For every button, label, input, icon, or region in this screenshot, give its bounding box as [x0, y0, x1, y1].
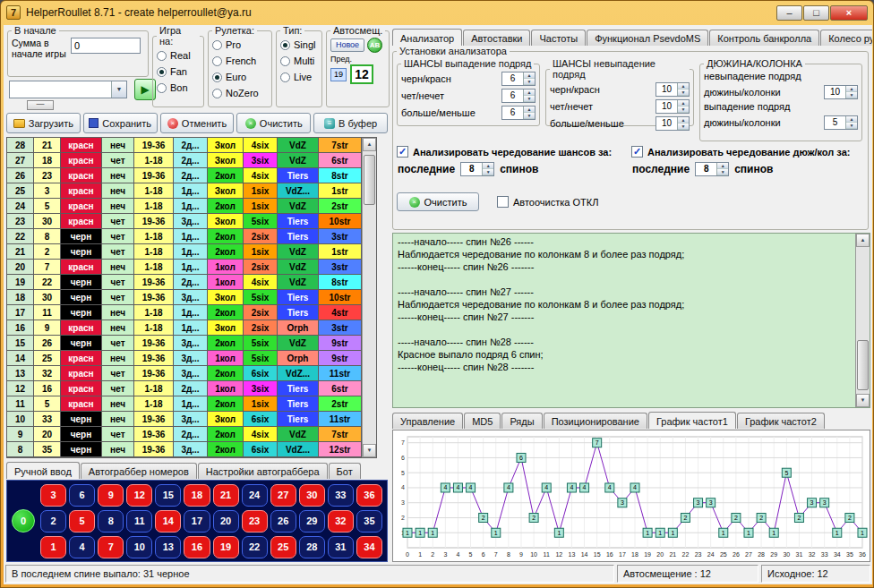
numpad-cell-20[interactable]: 20	[213, 510, 239, 533]
tab-Автоставки[interactable]: Автоставки	[463, 30, 530, 46]
numpad-cell-32[interactable]: 32	[328, 510, 354, 533]
spinner-up-icon[interactable]: ▲	[846, 116, 857, 123]
spinner-up-icon[interactable]: ▲	[678, 100, 689, 107]
numpad-cell-31[interactable]: 31	[328, 536, 354, 558]
tab-Контроль банкролла[interactable]: Контроль банкролла	[709, 30, 819, 46]
numpad-cell-11[interactable]: 11	[126, 510, 152, 533]
numpad-cell-28[interactable]: 28	[299, 536, 325, 558]
number-spinner[interactable]: 10▲▼	[656, 99, 690, 114]
tab-Автограббер номеров[interactable]: Автограббер номеров	[81, 463, 197, 479]
numpad-cell-9[interactable]: 9	[98, 484, 124, 507]
spinner-down-icon[interactable]: ▼	[678, 107, 689, 113]
scroll-track[interactable]	[856, 247, 870, 394]
tab-Колесо ру[interactable]: Колесо ру	[820, 30, 872, 46]
start-sum-input[interactable]	[71, 38, 141, 54]
radio-Multi[interactable]: Multi	[280, 53, 318, 69]
save-button[interactable]: Сохранить	[83, 113, 158, 133]
numpad-cell-34[interactable]: 34	[356, 536, 382, 558]
spinner-down-icon[interactable]: ▼	[846, 123, 857, 129]
tab-График частот1[interactable]: График частот1	[648, 412, 736, 429]
numpad-cell-36[interactable]: 36	[356, 484, 382, 507]
radio-Pro[interactable]: Pro	[212, 37, 268, 53]
spinner-up-icon[interactable]: ▲	[524, 89, 535, 96]
table-row[interactable]: 920чернчет19-362д...2кол4sixVdZ7str	[7, 427, 362, 442]
analyzer-log[interactable]: -----начало----- спин №26 ------ Наблюда…	[392, 233, 870, 408]
numpad-cell-14[interactable]: 14	[155, 510, 181, 533]
spinner-up-icon[interactable]: ▲	[678, 117, 689, 124]
table-row[interactable]: 1922чернчет19-362д...1кол4sixVdZ8str	[7, 275, 362, 290]
numpad-cell-1[interactable]: 1	[40, 536, 66, 558]
load-button[interactable]: Загрузить	[6, 113, 81, 133]
table-row[interactable]: 1425красннеч19-363д...1кол5sixOrph9str	[7, 351, 362, 366]
clear-analyzer-button[interactable]: × Очистить	[397, 192, 479, 211]
tab-Ряды[interactable]: Ряды	[501, 413, 542, 429]
table-row[interactable]: 207красннеч1-181д...1кол2sixVdZ3str	[7, 260, 362, 275]
table-row[interactable]: 1033черннеч19-363д...Зкол6sixTiers11str	[7, 412, 362, 427]
maximize-button[interactable]: □	[803, 5, 829, 21]
table-row[interactable]: 253красннеч1-181д...Зкол1sixVdZ...1str	[7, 183, 362, 199]
undo-button[interactable]: ×Отменить	[160, 113, 235, 133]
tab-Бот[interactable]: Бот	[329, 463, 361, 479]
spinner-down-icon[interactable]: ▼	[678, 124, 689, 130]
numpad-cell-10[interactable]: 10	[126, 536, 152, 558]
table-row[interactable]: 115красннеч1-181д...2кол1sixTiers2str	[7, 396, 362, 412]
numpad-cell-18[interactable]: 18	[184, 484, 210, 507]
tab-MD5[interactable]: MD5	[464, 413, 501, 429]
spinner-up-icon[interactable]: ▲	[717, 163, 728, 169]
numpad-cell-6[interactable]: 6	[69, 484, 95, 507]
numpad-cell-21[interactable]: 21	[213, 484, 239, 507]
close-button[interactable]: ×	[830, 5, 868, 21]
new-button[interactable]: Новое	[330, 38, 364, 52]
table-row[interactable]: 1332краснчет19-363д...2кол6sixVdZ...11st…	[7, 366, 362, 381]
radio-NoZero[interactable]: NoZero	[212, 85, 268, 101]
spinner-down-icon[interactable]: ▼	[524, 79, 535, 85]
spinner-down-icon[interactable]: ▼	[483, 169, 493, 175]
autoshift-toggle-button[interactable]: AB	[367, 38, 382, 53]
spinner-down-icon[interactable]: ▼	[717, 169, 728, 175]
table-row[interactable]: 2623красннеч19-362д...2кол4sixTiers8str	[7, 168, 362, 183]
tab-Функционал PsevdoMS[interactable]: Функционал PsevdoMS	[587, 30, 708, 46]
number-spinner[interactable]: 6▲▼	[501, 89, 536, 103]
tab-Настройки автограббера[interactable]: Настройки автограббера	[198, 463, 328, 479]
spinner-up-icon[interactable]: ▲	[678, 83, 689, 89]
numpad-cell-13[interactable]: 13	[155, 536, 181, 558]
number-spinner[interactable]: 6▲▼	[501, 106, 536, 120]
tab-Анализатор[interactable]: Анализатор	[392, 29, 462, 46]
table-row[interactable]: 2718краснчет1-182д...Зкол3sixVdZ6str	[7, 153, 362, 168]
numpad-cell-26[interactable]: 26	[270, 510, 296, 533]
autoclear-checkbox[interactable]	[497, 196, 509, 208]
table-row[interactable]: 228чернчет1-181д...2кол2sixTiers3str	[7, 229, 362, 244]
numpad-cell-7[interactable]: 7	[98, 536, 124, 558]
numpad-cell-24[interactable]: 24	[242, 484, 268, 507]
numpad-cell-27[interactable]: 27	[270, 484, 296, 507]
alternation-dozens-checkbox[interactable]: ✓	[631, 146, 643, 158]
numpad-cell-17[interactable]: 17	[184, 510, 210, 533]
table-scrollbar[interactable]: ▲ ▼	[362, 138, 376, 457]
scroll-thumb[interactable]	[364, 155, 375, 205]
number-spinner[interactable]: 8▲▼	[460, 162, 494, 176]
table-row[interactable]: 245красннеч1-181д...2кол1sixVdZ2str	[7, 199, 362, 214]
numpad-cell-35[interactable]: 35	[356, 510, 382, 533]
numpad-cell-30[interactable]: 30	[299, 484, 325, 507]
numpad-cell-0[interactable]: 0	[12, 509, 35, 533]
numpad-cell-25[interactable]: 25	[270, 536, 296, 558]
minimize-button[interactable]: –	[776, 5, 802, 21]
table-row[interactable]: 1711черннеч1-181д...2кол2sixTiers4str	[7, 305, 362, 320]
scroll-thumb[interactable]	[857, 340, 869, 390]
tab-Позиционирование[interactable]: Позиционирование	[544, 413, 647, 429]
numpad-cell-29[interactable]: 29	[299, 510, 325, 533]
tab-Управление[interactable]: Управление	[392, 413, 463, 429]
table-row[interactable]: 169красннеч1-181д...Зкол2sixOrph3str	[7, 320, 362, 336]
table-row[interactable]: 2330краснчет19-363д...Зкол5sixTiers10str	[7, 214, 362, 229]
clear-table-button[interactable]: ×Очистить	[236, 113, 311, 133]
numpad-cell-12[interactable]: 12	[126, 484, 152, 507]
spinner-down-icon[interactable]: ▼	[678, 89, 689, 96]
numpad-cell-15[interactable]: 15	[155, 484, 181, 507]
spinner-down-icon[interactable]: ▼	[524, 96, 535, 102]
spinner-up-icon[interactable]: ▲	[846, 86, 857, 92]
table-row[interactable]: 835черннеч19-363д...2кол6sixVdZ...12str	[7, 442, 362, 457]
numpad-cell-33[interactable]: 33	[328, 484, 354, 507]
numpad-cell-4[interactable]: 4	[69, 536, 95, 558]
scroll-down-icon[interactable]: ▼	[363, 444, 376, 457]
tab-График частот2[interactable]: График частот2	[737, 413, 825, 429]
